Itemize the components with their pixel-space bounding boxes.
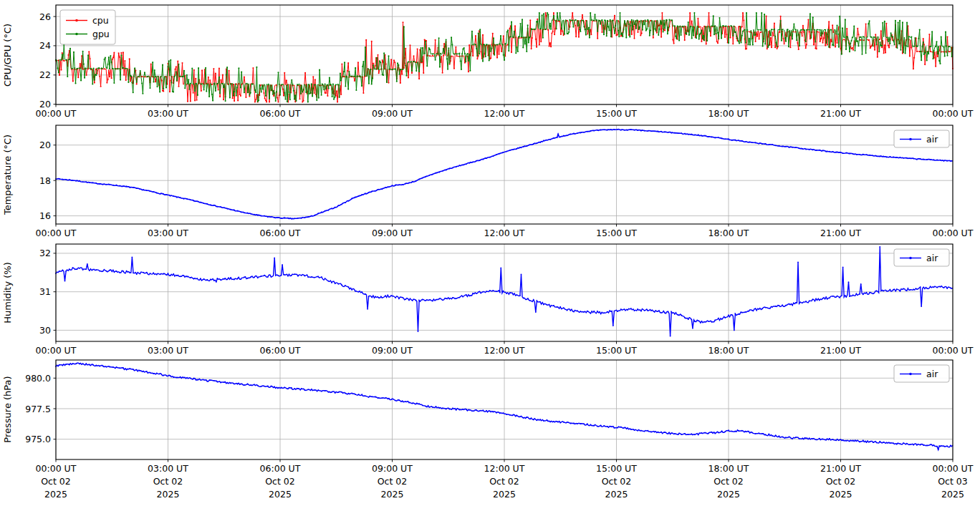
x-tick-label: 00:00 UT [36, 345, 77, 356]
y-tick-label: 975.0 [25, 434, 51, 444]
x-tick-label: 15:00 UT [596, 345, 637, 356]
x-tick-year-label: 2025 [493, 489, 516, 500]
legend-label: gpu [92, 29, 110, 39]
x-tick-label: 06:00 UT [260, 463, 301, 474]
y-tick-label: 18 [39, 175, 51, 186]
x-tick-label: 18:00 UT [708, 228, 749, 238]
y-tick-label: 31 [39, 286, 51, 297]
x-tick-label: 03:00 UT [148, 228, 188, 238]
x-tick-label: 06:00 UT [260, 228, 301, 238]
x-tick-date-label: Oct 02 [41, 476, 71, 487]
x-tick-label: 12:00 UT [484, 108, 525, 119]
legend-label: air [926, 253, 938, 263]
legend-temperature: air [894, 130, 949, 147]
x-tick-label: 18:00 UT [708, 108, 749, 119]
legend-marker-sample [909, 138, 912, 141]
x-tick-label: 09:00 UT [372, 228, 413, 238]
legend-marker-sample [75, 19, 78, 22]
x-tick-label: 21:00 UT [820, 463, 861, 474]
y-tick-label: 20 [39, 140, 51, 150]
y-tick-label: 20 [39, 99, 51, 110]
x-tick-label: 18:00 UT [708, 463, 749, 474]
x-tick-year-label: 2025 [381, 489, 404, 500]
y-tick-label: 26 [39, 11, 51, 22]
x-tick-date-label: Oct 02 [378, 476, 408, 487]
x-tick-date-label: Oct 02 [714, 476, 744, 487]
x-tick-date-label: Oct 02 [602, 476, 632, 487]
x-tick-label: 00:00 UT [933, 228, 974, 238]
legend-cpu-gpu: cpugpu [60, 10, 115, 44]
x-tick-label: 00:00 UT [933, 463, 974, 474]
x-tick-label: 12:00 UT [484, 345, 525, 356]
panel-pressure: 00:00 UTOct 02202503:00 UTOct 02202506:0… [25, 360, 974, 500]
x-tick-label: 09:00 UT [372, 345, 413, 356]
x-tick-label: 18:00 UT [708, 345, 749, 356]
series-air-temperature [55, 129, 953, 220]
x-tick-label: 00:00 UT [933, 345, 974, 356]
legend-label: cpu [92, 15, 109, 26]
series-air-humidity [55, 246, 953, 337]
legend-humidity: air [894, 249, 949, 266]
series-air-pressure [55, 363, 953, 450]
x-tick-label: 15:00 UT [596, 463, 637, 474]
x-tick-label: 03:00 UT [148, 463, 188, 474]
x-tick-label: 03:00 UT [148, 108, 188, 119]
x-tick-year-label: 2025 [44, 489, 67, 500]
x-tick-date-label: Oct 02 [265, 476, 295, 487]
panel-cpu-gpu: 00:00 UT03:00 UT06:00 UT09:00 UT12:00 UT… [36, 5, 974, 119]
y-tick-label: 977.5 [25, 404, 51, 414]
x-tick-label: 09:00 UT [372, 463, 413, 474]
figure-sensor-timeseries: CPU/GPU (°C) Temperature (°C) Humidity (… [0, 0, 980, 506]
x-tick-label: 00:00 UT [36, 463, 77, 474]
legend-marker-sample [909, 373, 912, 376]
legend-marker-sample [75, 33, 78, 36]
y-axis-label-pressure: Pressure (hPa) [2, 376, 13, 442]
legend-marker-sample [909, 257, 912, 260]
chart-canvas: CPU/GPU (°C) Temperature (°C) Humidity (… [0, 0, 980, 506]
x-tick-year-label: 2025 [941, 489, 964, 500]
y-axis-label-cpu-gpu: CPU/GPU (°C) [2, 24, 13, 87]
y-axis-label-humidity: Humidity (%) [2, 262, 13, 323]
x-tick-date-label: Oct 03 [938, 476, 968, 487]
x-tick-label: 12:00 UT [484, 228, 525, 238]
y-tick-label: 16 [39, 210, 51, 221]
y-tick-label: 980.0 [25, 373, 51, 384]
legend-label: air [926, 369, 938, 379]
x-tick-year-label: 2025 [717, 489, 740, 500]
x-tick-label: 00:00 UT [36, 228, 77, 238]
x-tick-year-label: 2025 [830, 489, 852, 500]
x-tick-label: 21:00 UT [820, 108, 861, 119]
x-tick-label: 15:00 UT [596, 108, 637, 119]
x-tick-year-label: 2025 [157, 489, 180, 500]
x-tick-date-label: Oct 02 [153, 476, 183, 487]
y-axis-label-temperature: Temperature (°C) [2, 135, 13, 215]
panel-humidity: 00:00 UT03:00 UT06:00 UT09:00 UT12:00 UT… [36, 244, 974, 356]
x-tick-label: 06:00 UT [260, 345, 301, 356]
y-tick-label: 30 [39, 325, 51, 336]
panel-temperature: 00:00 UT03:00 UT06:00 UT09:00 UT12:00 UT… [36, 125, 974, 238]
x-tick-label: 15:00 UT [596, 228, 637, 238]
x-tick-label: 00:00 UT [933, 108, 974, 119]
x-tick-label: 21:00 UT [820, 345, 861, 356]
legend-label: air [926, 134, 938, 145]
x-tick-year-label: 2025 [269, 489, 292, 500]
x-tick-label: 06:00 UT [260, 108, 301, 119]
x-tick-label: 00:00 UT [36, 108, 77, 119]
x-tick-date-label: Oct 02 [826, 476, 856, 487]
series-gpu-cpu-gpu [55, 12, 953, 103]
x-tick-label: 12:00 UT [484, 463, 525, 474]
x-tick-date-label: Oct 02 [489, 476, 519, 487]
x-tick-label: 21:00 UT [820, 228, 861, 238]
y-tick-label: 32 [39, 248, 51, 258]
y-tick-label: 22 [39, 69, 51, 80]
x-tick-label: 03:00 UT [148, 345, 188, 356]
x-tick-label: 09:00 UT [372, 108, 413, 119]
y-tick-label: 24 [39, 40, 51, 51]
x-tick-year-label: 2025 [605, 489, 628, 500]
legend-pressure: air [894, 365, 949, 382]
